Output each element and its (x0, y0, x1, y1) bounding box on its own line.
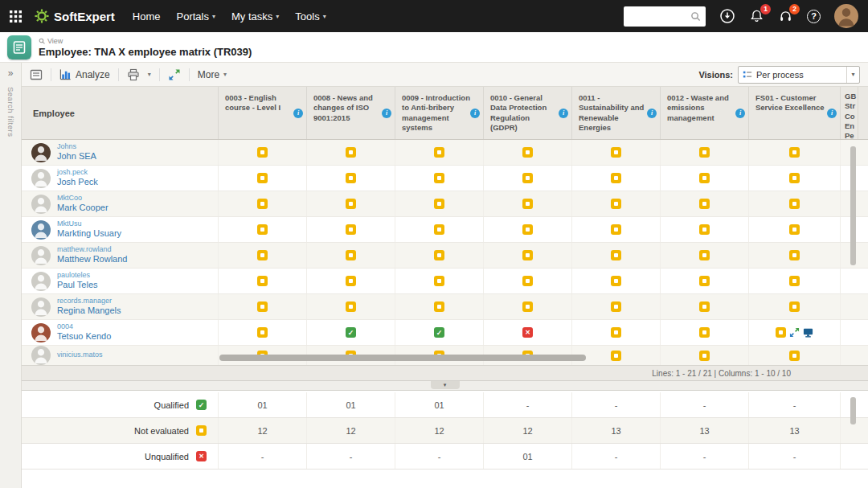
employee-name-link[interactable]: John SEA (57, 151, 96, 162)
not-evaluated-icon[interactable] (434, 276, 444, 286)
not-evaluated-icon[interactable] (789, 276, 800, 286)
not-evaluated-icon[interactable] (611, 173, 621, 183)
vertical-scrollbar[interactable] (850, 146, 856, 265)
not-evaluated-icon[interactable] (699, 250, 710, 260)
not-evaluated-icon[interactable] (522, 301, 533, 312)
matrix-cell[interactable] (571, 217, 660, 242)
matrix-cell[interactable] (306, 269, 395, 293)
not-evaluated-icon[interactable] (346, 147, 356, 158)
info-icon[interactable]: i (735, 109, 745, 118)
nav-portals[interactable]: Portals▾ (177, 10, 215, 23)
matrix-cell[interactable] (395, 166, 483, 191)
column-header[interactable]: 0003 - English course - Level Ii (218, 87, 306, 139)
table-row[interactable]: MktUsuMarkting Usuary (22, 217, 868, 243)
unqualified-icon[interactable] (196, 451, 207, 461)
employee-username-link[interactable]: records.manager (57, 297, 121, 306)
not-evaluated-icon[interactable] (789, 224, 800, 235)
employee-username-link[interactable]: Johns (57, 142, 96, 151)
matrix-cell[interactable] (660, 294, 748, 319)
more-button[interactable]: More ▾ (198, 69, 227, 80)
not-evaluated-icon[interactable] (522, 173, 533, 183)
matrix-cell[interactable] (660, 243, 748, 268)
caret-down-icon[interactable]: ▾ (846, 67, 859, 83)
not-evaluated-icon[interactable] (346, 224, 356, 235)
matrix-cell[interactable] (660, 320, 748, 345)
employee-username-link[interactable]: MktCoo (57, 194, 108, 203)
not-evaluated-icon[interactable] (699, 173, 710, 183)
not-evaluated-icon[interactable] (522, 276, 533, 286)
not-evaluated-icon[interactable] (434, 147, 444, 158)
print-button[interactable] (127, 68, 140, 81)
matrix-cell[interactable] (483, 191, 571, 216)
not-evaluated-icon[interactable] (346, 250, 356, 260)
horizontal-scrollbar[interactable] (219, 355, 586, 361)
table-row[interactable]: JohnsJohn SEA (22, 140, 868, 166)
not-evaluated-icon[interactable] (699, 147, 710, 158)
expand-filters-icon[interactable]: » (8, 68, 14, 79)
not-evaluated-icon[interactable] (434, 224, 444, 235)
not-evaluated-icon[interactable] (789, 199, 800, 209)
column-header[interactable]: 0012 - Waste and emissions managementi (660, 87, 748, 139)
matrix-cell[interactable] (483, 243, 571, 268)
nav-home[interactable]: Home (133, 10, 161, 23)
column-header[interactable]: 0009 - Introduction to Anti-bribery mana… (395, 87, 483, 139)
not-evaluated-icon[interactable] (257, 199, 268, 209)
vertical-scrollbar[interactable] (850, 397, 856, 424)
not-evaluated-icon[interactable] (611, 199, 621, 209)
circle-arrow-icon[interactable] (719, 8, 735, 24)
column-header[interactable]: 0010 - General Data Protection Regulatio… (483, 87, 571, 139)
matrix-cell[interactable] (748, 269, 840, 293)
monitor-icon[interactable] (803, 327, 813, 338)
matrix-cell[interactable] (218, 243, 306, 268)
column-header[interactable]: 0011 - Sustainability and Renewable Ener… (571, 87, 660, 139)
not-evaluated-icon[interactable] (522, 199, 533, 209)
not-evaluated-icon[interactable] (789, 173, 800, 183)
not-evaluated-icon[interactable] (257, 224, 268, 235)
matrix-cell[interactable] (748, 217, 840, 242)
not-evaluated-icon[interactable] (611, 351, 621, 361)
matrix-cell[interactable] (395, 320, 483, 345)
not-evaluated-icon[interactable] (789, 351, 800, 361)
matrix-cell[interactable] (748, 243, 840, 268)
fullscreen-button[interactable] (168, 68, 181, 81)
not-evaluated-icon[interactable] (346, 199, 356, 209)
not-evaluated-icon[interactable] (776, 327, 786, 338)
employee-column-header[interactable]: Employee (22, 87, 218, 139)
not-evaluated-icon[interactable] (699, 276, 710, 286)
matrix-cell[interactable] (660, 346, 748, 365)
matrix-cell[interactable] (306, 243, 395, 268)
table-row[interactable]: josh.peckJosh Peck (22, 166, 868, 191)
matrix-cell[interactable] (395, 140, 483, 165)
apps-grid-icon[interactable] (10, 10, 22, 23)
matrix-cell[interactable] (748, 191, 840, 216)
matrix-cell[interactable] (571, 294, 660, 319)
not-evaluated-icon[interactable] (434, 173, 444, 183)
not-evaluated-icon[interactable] (789, 250, 800, 260)
not-evaluated-icon[interactable] (611, 276, 621, 286)
not-evaluated-icon[interactable] (196, 425, 207, 436)
expand-cell-icon[interactable] (789, 327, 800, 338)
column-header[interactable]: GB Str Co En Pe (840, 87, 858, 139)
matrix-cell[interactable] (660, 217, 748, 242)
matrix-cell[interactable] (483, 269, 571, 293)
table-row[interactable]: paulotelesPaul Teles (22, 269, 868, 294)
matrix-cell[interactable] (748, 346, 840, 365)
matrix-cell[interactable] (483, 320, 571, 345)
not-evaluated-icon[interactable] (699, 199, 710, 209)
info-icon[interactable]: i (647, 109, 657, 118)
not-evaluated-icon[interactable] (522, 250, 533, 260)
info-icon[interactable]: i (382, 109, 391, 118)
analyze-button[interactable]: Analyze (59, 68, 110, 80)
matrix-cell[interactable] (660, 269, 748, 293)
table-row[interactable]: matthew.rowlandMatthew Rowland (22, 243, 868, 269)
not-evaluated-icon[interactable] (434, 250, 444, 260)
matrix-cell[interactable] (660, 166, 748, 191)
table-row[interactable]: records.managerRegina Mangels (22, 294, 868, 320)
not-evaluated-icon[interactable] (434, 301, 444, 312)
matrix-cell[interactable] (306, 320, 395, 345)
matrix-cell[interactable] (571, 140, 660, 165)
employee-username-link[interactable]: MktUsu (57, 219, 121, 228)
matrix-cell[interactable] (571, 191, 660, 216)
not-evaluated-icon[interactable] (257, 250, 268, 260)
matrix-cell[interactable] (218, 166, 306, 191)
